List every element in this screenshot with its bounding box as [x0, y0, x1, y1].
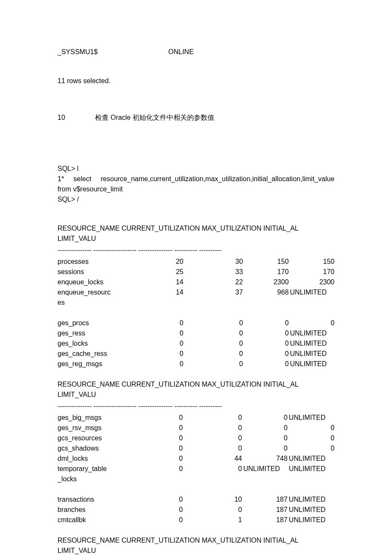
- current-utilization: 20: [119, 257, 183, 267]
- limit-value: 0: [288, 423, 334, 433]
- resource-name: dml_locks: [58, 454, 119, 464]
- segment-name: _SYSSMU1$: [58, 47, 168, 57]
- max-utilization: 0: [183, 423, 242, 433]
- limit-value: 150: [289, 257, 334, 267]
- max-utilization: 0: [183, 349, 243, 359]
- sql-prompt: SQL> /: [58, 194, 334, 205]
- table-header: RESOURCE_NAME CURRENT_UTILIZATION MAX_UT…: [58, 223, 334, 244]
- current-utilization: 0: [119, 433, 183, 443]
- section-title-row: 10 检查 Oracle 初始化文件中相关的参数值: [58, 113, 334, 123]
- sql-prompt: SQL> l: [58, 164, 334, 174]
- section-number: 10: [58, 113, 95, 123]
- current-utilization: 0: [119, 318, 183, 328]
- limit-value: UNLIMITED: [288, 464, 334, 484]
- initial-allocation: 187: [242, 515, 288, 525]
- resource-name: temporary_table_locks: [58, 464, 119, 484]
- table-row: gcs_resources 0 0 0 0: [58, 433, 334, 443]
- resource-table: ges_big_msgs 0 0 0 UNLIMITED ges_rsv_msg…: [58, 413, 334, 525]
- initial-allocation: 2300: [243, 277, 288, 287]
- current-utilization: 0: [119, 359, 183, 369]
- current-utilization: 0: [119, 443, 183, 454]
- table-row: ges_big_msgs 0 0 0 UNLIMITED: [58, 413, 334, 423]
- resource-name: transactions: [58, 494, 119, 505]
- table-row: gcs_shadows 0 0 0 0: [58, 443, 334, 454]
- table-row: ges_cache_ress 0 0 0 UNLIMITED: [58, 349, 334, 359]
- section-title: 检查 Oracle 初始化文件中相关的参数值: [95, 113, 214, 123]
- max-utilization: 0: [183, 413, 242, 423]
- limit-value: UNLIMITED: [288, 505, 334, 515]
- limit-value: UNLIMITED: [289, 349, 334, 359]
- resource-name: cmtcallbk: [58, 515, 119, 525]
- current-utilization: 0: [119, 454, 183, 464]
- initial-allocation: 0: [243, 349, 288, 359]
- max-utilization: 0: [183, 505, 242, 515]
- table-row: processes 20 30 150 150: [58, 257, 334, 267]
- table-row: transactions 0 10 187 UNLIMITED: [58, 494, 334, 505]
- table-row: enqueue_resources 14 37 968 UNLIMITED: [58, 287, 334, 308]
- limit-value: 0: [288, 433, 334, 443]
- resource-name: enqueue_locks: [58, 277, 119, 287]
- initial-allocation: 0: [242, 413, 288, 423]
- resource-name: ges_rsv_msgs: [58, 423, 119, 433]
- current-utilization: 0: [119, 328, 183, 338]
- max-utilization: 22: [183, 277, 243, 287]
- table-row: enqueue_locks 14 22 2300 2300: [58, 277, 334, 287]
- limit-value: 0: [289, 318, 334, 328]
- table-row: sessions 25 33 170 170: [58, 267, 334, 277]
- current-utilization: 0: [119, 515, 183, 525]
- initial-allocation: 0: [243, 359, 288, 369]
- table-row: ges_rsv_msgs 0 0 0 0: [58, 423, 334, 433]
- initial-allocation: 748: [242, 454, 288, 464]
- current-utilization: 25: [119, 267, 183, 277]
- max-utilization: 0: [183, 338, 243, 349]
- current-utilization: 14: [119, 287, 183, 308]
- limit-value: 0: [288, 443, 334, 454]
- initial-allocation: 0: [242, 443, 288, 454]
- max-utilization: 10: [183, 494, 242, 505]
- limit-value: UNLIMITED: [289, 338, 334, 349]
- table-header: RESOURCE_NAME CURRENT_UTILIZATION MAX_UT…: [58, 379, 334, 400]
- table-row: ges_reg_msgs 0 0 0 UNLIMITED: [58, 359, 334, 369]
- table-row: branches 0 0 187 UNLIMITED: [58, 505, 334, 515]
- resource-name: sessions: [58, 267, 119, 277]
- current-utilization: 14: [119, 277, 183, 287]
- initial-allocation: 150: [243, 257, 288, 267]
- resource-name: ges_ress: [58, 328, 119, 338]
- max-utilization: 1: [183, 515, 242, 525]
- segment-row: _SYSSMU1$ ONLINE: [58, 47, 334, 57]
- limit-value: UNLIMITED: [288, 454, 334, 464]
- resource-name: ges_cache_ress: [58, 349, 119, 359]
- limit-value: UNLIMITED: [289, 287, 334, 308]
- current-utilization: 0: [119, 505, 183, 515]
- resource-name: gcs_resources: [58, 433, 119, 443]
- resource-name: ges_reg_msgs: [58, 359, 119, 369]
- max-utilization: 0: [183, 443, 242, 454]
- segment-status: ONLINE: [168, 47, 194, 57]
- initial-allocation: 187: [242, 505, 288, 515]
- max-utilization: 0: [183, 318, 243, 328]
- resource-table: processes 20 30 150 150 sessions 25 33 1…: [58, 257, 334, 369]
- sql-line: 1* select resource_name,current_utilizat…: [58, 174, 334, 194]
- table-row: ges_locks 0 0 0 UNLIMITED: [58, 338, 334, 349]
- limit-value: UNLIMITED: [289, 328, 334, 338]
- max-utilization: 0: [183, 328, 243, 338]
- resource-name: gcs_shadows: [58, 443, 119, 454]
- initial-allocation: 0: [243, 328, 288, 338]
- limit-value: 170: [289, 267, 334, 277]
- table-row: dml_locks 0 44 748 UNLIMITED: [58, 454, 334, 464]
- limit-value: UNLIMITED: [288, 494, 334, 505]
- max-utilization: 0: [183, 464, 242, 484]
- initial-allocation: 0: [243, 338, 288, 349]
- current-utilization: 0: [119, 494, 183, 505]
- max-utilization: 33: [183, 267, 243, 277]
- table-row: temporary_table_locks 0 0 UNLIMITED UNLI…: [58, 464, 334, 484]
- limit-value: 2300: [289, 277, 334, 287]
- initial-allocation: 968: [243, 287, 288, 308]
- initial-allocation: 0: [242, 433, 288, 443]
- initial-allocation: 170: [243, 267, 288, 277]
- current-utilization: 0: [119, 423, 183, 433]
- divider: --------------- ------------------- ----…: [58, 401, 334, 411]
- resource-name: ges_big_msgs: [58, 413, 119, 423]
- initial-allocation: 0: [242, 423, 288, 433]
- table-row: cmtcallbk 0 1 187 UNLIMITED: [58, 515, 334, 525]
